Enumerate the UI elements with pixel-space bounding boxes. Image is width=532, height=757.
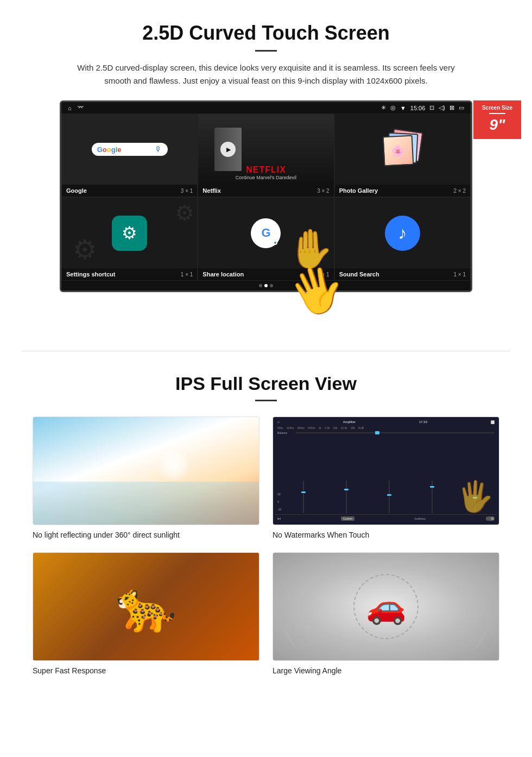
car-img-box: 🚗 <box>273 552 499 661</box>
feature-speed: 🐆 Super Fast Response <box>33 552 259 675</box>
google-app-cell[interactable]: Google 🎙 Google 3 × 1 <box>61 113 198 197</box>
google-logo: Google <box>97 146 122 154</box>
car-view-circle: 🚗 <box>353 574 419 639</box>
sound-search-label: Sound Search <box>339 271 379 277</box>
amp-slider-track-3 <box>389 481 390 513</box>
status-bar: ⌂ ⌤ ✳ ◎ ▼ 15:06 ⊡ ◁) ⊠ ▭ <box>61 102 471 113</box>
cheetah-img-box: 🐆 <box>33 552 259 661</box>
amp-hand-icon: 🖐 <box>457 479 494 514</box>
time-display: 15:06 <box>410 105 426 111</box>
settings-ghost-2: ⚙ <box>175 200 194 225</box>
feature-grid: No light reflecting under 360° direct su… <box>33 417 499 675</box>
dot-3[interactable] <box>270 284 273 287</box>
amplifier-image: ⌂ Amplifier 17:33 ⬜ 60hz100hz200hz500hz1… <box>273 417 499 525</box>
netflix-subtitle: Continue Marvel's Daredevil <box>202 175 329 180</box>
amp-loudness-label: loudness <box>415 517 426 520</box>
status-bar-left: ⌂ ⌤ <box>68 104 84 111</box>
photo-card-3: 🌸 <box>383 135 414 167</box>
dot-2[interactable] <box>264 284 268 287</box>
amp-slider-1 <box>303 481 304 513</box>
amp-slider-thumb-2 <box>344 489 349 490</box>
sound-search-inner: ♪ <box>335 198 470 268</box>
curved-screen-description: With 2.5D curved-display screen, this de… <box>76 61 456 87</box>
amp-status-bar: ⌂ Amplifier 17:33 ⬜ <box>275 419 497 425</box>
badge-size: 9" <box>477 116 518 134</box>
amp-time: 17:33 <box>419 420 427 424</box>
car-image: 🚗 <box>273 553 499 660</box>
hand-point-icon: 🤚 <box>287 226 334 268</box>
netflix-figure <box>214 128 242 171</box>
settings-icon-bg: ⚙ <box>112 216 147 251</box>
maps-dot <box>273 241 277 245</box>
photo-gallery-size: 2 × 2 <box>453 188 466 194</box>
home-icon[interactable]: ⌂ <box>68 105 72 111</box>
speed-caption: Super Fast Response <box>33 666 259 675</box>
netflix-app-inner: NETFLIX Continue Marvel's Daredevil <box>198 114 333 185</box>
google-label-bar: Google 3 × 1 <box>62 185 197 197</box>
amp-slider-thumb-4 <box>430 486 434 488</box>
settings-bg: ⚙ ⚙ ⚙ <box>62 198 197 268</box>
amp-balance-thumb <box>375 431 379 434</box>
amp-slider-track-1 <box>303 481 304 513</box>
amp-slider-3 <box>389 481 390 513</box>
sunlight-caption: No light reflecting under 360° direct su… <box>33 531 259 539</box>
netflix-logo-text: NETFLIX <box>202 165 329 175</box>
amp-toggle-thumb <box>491 517 494 520</box>
sound-search-cell[interactable]: ♪ Sound Search 1 × 1 <box>334 197 471 281</box>
camera-icon: ⊡ <box>429 104 434 111</box>
ips-title-divider <box>255 400 277 401</box>
app-grid-top: Google 🎙 Google 3 × 1 <box>61 113 471 197</box>
settings-size: 1 × 1 <box>181 272 193 277</box>
cheetah-image: 🐆 <box>33 553 259 660</box>
amp-balance-slider <box>296 432 495 433</box>
usb-icon: ⌤ <box>77 104 84 111</box>
sunlight-overlay <box>33 482 259 525</box>
sunlight-img-box <box>33 417 259 525</box>
ips-section: IPS Full Screen View No light reflecting… <box>0 351 532 691</box>
share-location-label: Share location <box>202 271 244 277</box>
netflix-label-bar: Netflix 3 × 2 <box>198 185 333 197</box>
photo-gallery-inner: 🌸 <box>335 114 470 185</box>
amp-scale-labels: 100-10 <box>277 493 281 513</box>
photo-gallery-cell[interactable]: 🌸 Photo Gallery 2 × 2 <box>334 113 471 197</box>
settings-cell[interactable]: ⚙ ⚙ ⚙ Settings shortcut 1 × 1 <box>61 197 198 281</box>
curved-screen-title: 2.5D Curved Touch Screen <box>33 22 499 45</box>
amp-prev-icon: ⏮ <box>277 517 281 520</box>
google-mic-icon[interactable]: 🎙 <box>155 145 162 154</box>
title-divider <box>255 50 277 52</box>
photo-gallery-label: Photo Gallery <box>339 187 378 194</box>
photo-gallery-bg: 🌸 <box>335 114 470 185</box>
badge-label: Screen Size <box>477 105 518 111</box>
dot-indicators <box>61 281 471 291</box>
netflix-app-cell[interactable]: NETFLIX Continue Marvel's Daredevil Netf… <box>198 113 334 197</box>
amp-custom-button[interactable]: Custom <box>341 516 354 521</box>
watermarks-caption: No Watermarks When Touch <box>273 531 499 539</box>
google-size: 3 × 1 <box>181 188 193 194</box>
sound-search-label-bar: Sound Search 1 × 1 <box>335 268 470 280</box>
bluetooth-icon: ✳ <box>381 104 386 111</box>
google-search-bar[interactable]: Google 🎙 <box>92 143 168 156</box>
netflix-size: 3 × 2 <box>317 188 330 194</box>
device-wrapper: ⌂ ⌤ ✳ ◎ ▼ 15:06 ⊡ ◁) ⊠ ▭ <box>60 100 472 292</box>
volume-icon: ◁) <box>439 104 445 111</box>
angle-line-right <box>476 629 488 648</box>
amp-sliders-area: 100-10 <box>275 435 497 514</box>
share-location-cell[interactable]: G 🤚 Share location 1 × 1 <box>198 197 334 281</box>
battery-icon: ⊠ <box>449 104 454 111</box>
dot-1[interactable] <box>259 284 262 287</box>
amplifier-img-box: ⌂ Amplifier 17:33 ⬜ 60hz100hz200hz500hz1… <box>273 417 499 525</box>
settings-inner: ⚙ ⚙ ⚙ <box>62 198 197 268</box>
settings-gear-icon: ⚙ <box>122 223 137 243</box>
wifi-icon: ▼ <box>400 105 406 111</box>
sunlight-image <box>33 417 259 525</box>
ips-title: IPS Full Screen View <box>33 373 499 394</box>
amp-balance-row: Balance <box>275 431 497 435</box>
google-maps-letter: G <box>261 226 270 240</box>
sound-bg: ♪ <box>335 198 470 268</box>
google-app-inner: Google 🎙 <box>62 114 197 185</box>
amp-toggle[interactable] <box>486 516 495 521</box>
share-bg: G 🤚 <box>198 198 333 268</box>
netflix-play-btn[interactable] <box>220 142 236 157</box>
amp-footer: ⏮ Custom loudness <box>275 514 497 522</box>
netflix-label: Netflix <box>202 187 221 194</box>
